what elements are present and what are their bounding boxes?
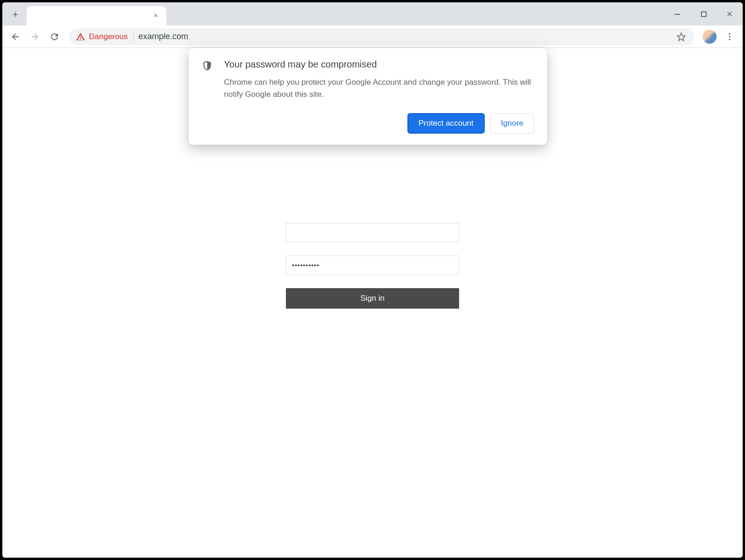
ignore-button[interactable]: Ignore bbox=[490, 113, 534, 134]
svg-rect-1 bbox=[701, 12, 706, 16]
username-input[interactable] bbox=[286, 223, 459, 243]
svg-point-4 bbox=[729, 39, 730, 40]
bookmark-star-icon[interactable] bbox=[675, 30, 688, 43]
toolbar: Dangerous example.com bbox=[2, 26, 743, 48]
new-tab-button[interactable] bbox=[7, 6, 24, 23]
browser-window: Dangerous example.com Sign in Your passw… bbox=[2, 2, 743, 558]
menu-button[interactable] bbox=[721, 28, 738, 45]
popup-body: Your password may be compromised Chrome … bbox=[224, 59, 534, 134]
warning-icon bbox=[76, 32, 85, 41]
profile-avatar[interactable] bbox=[703, 30, 717, 44]
tab-strip bbox=[2, 2, 743, 26]
shield-icon bbox=[202, 60, 213, 134]
reload-button[interactable] bbox=[46, 28, 63, 45]
svg-rect-0 bbox=[675, 14, 680, 15]
protect-account-button[interactable]: Protect account bbox=[407, 113, 485, 134]
back-button[interactable] bbox=[7, 28, 24, 45]
address-bar[interactable]: Dangerous example.com bbox=[69, 28, 694, 45]
maximize-button[interactable] bbox=[691, 2, 717, 26]
page-content: Sign in Your password may be compromised… bbox=[2, 48, 743, 558]
login-form: Sign in bbox=[286, 223, 459, 309]
svg-point-2 bbox=[729, 33, 730, 34]
url-text: example.com bbox=[138, 32, 670, 41]
svg-point-3 bbox=[729, 36, 730, 37]
security-chip[interactable]: Dangerous bbox=[76, 32, 134, 41]
security-label: Dangerous bbox=[89, 32, 128, 41]
popup-actions: Protect account Ignore bbox=[224, 113, 534, 134]
popup-text: Chrome can help you protect your Google … bbox=[224, 76, 534, 100]
close-tab-icon[interactable] bbox=[151, 11, 161, 20]
signin-button[interactable]: Sign in bbox=[286, 288, 459, 309]
close-window-button[interactable] bbox=[717, 2, 743, 26]
forward-button[interactable] bbox=[27, 28, 43, 45]
password-input[interactable] bbox=[286, 256, 459, 275]
password-warning-popup: Your password may be compromised Chrome … bbox=[189, 48, 547, 145]
browser-tab[interactable] bbox=[27, 6, 166, 26]
minimize-button[interactable] bbox=[664, 2, 691, 26]
popup-title: Your password may be compromised bbox=[224, 59, 534, 70]
window-controls bbox=[664, 2, 743, 26]
